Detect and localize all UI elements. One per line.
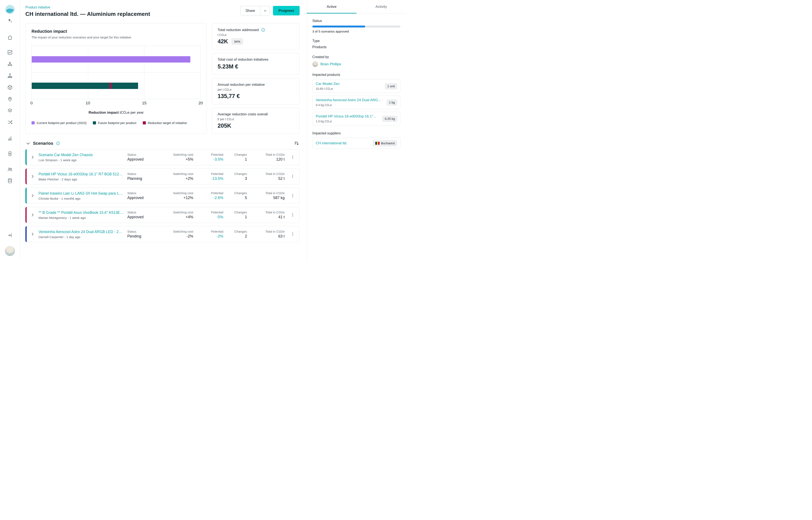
scenario-meta: Luis Simpson - 1 week ago <box>39 158 124 162</box>
stat-card-total-reduction: Total reduction addressed t CO₂e 42K 34% <box>212 23 300 50</box>
status-progress-fill <box>312 26 365 27</box>
chevron-right-icon[interactable] <box>30 213 35 217</box>
progress-button[interactable]: Progress <box>273 6 300 16</box>
scenario-meta: Marian Montgomery - 1 week ago <box>39 216 124 219</box>
user-avatar[interactable] <box>5 246 15 256</box>
tab-active[interactable]: Active <box>307 0 356 13</box>
impacted-supplier-card[interactable]: CH international ltd. Bucharest <box>312 138 400 149</box>
scenario-row[interactable]: Painel traseiro Lian Li LAN2-3X Hot-Swap… <box>25 188 300 204</box>
created-by-label: Created by <box>312 55 400 59</box>
scenario-switching-cost: +4% <box>159 215 193 219</box>
device-icon[interactable] <box>7 151 13 157</box>
share-button[interactable]: Share <box>241 6 260 15</box>
impacted-product-card[interactable]: Ventoinha Aerocool Astro 24 Dual ARG... … <box>312 96 400 109</box>
stat-card-annual-reduction: Annual reduction per initiative per t CO… <box>212 78 300 104</box>
scenario-link[interactable]: ** B Grade ** Portátil Asus VivoBook 15.… <box>39 210 124 215</box>
panel-tabs: Active Activity <box>307 0 406 14</box>
status-progress-bar <box>312 26 400 27</box>
sort-icon[interactable] <box>294 141 299 146</box>
product-quantity-badge: 1 unit <box>385 83 397 89</box>
product-link[interactable]: Portátil HP Victus 16-e0033np 16.1"... <box>316 114 376 119</box>
scenario-link[interactable]: Ventoinha Aerocool Astro 24 Dual ARGB LE… <box>39 230 124 234</box>
chevron-right-icon[interactable] <box>30 155 35 159</box>
chevron-right-icon[interactable] <box>30 193 35 198</box>
x-tick: 20 <box>198 101 203 105</box>
main-content: Product initiative CH international ltd.… <box>20 0 306 260</box>
stat-value: 42K <box>218 38 228 45</box>
scenario-row[interactable]: Portátil HP Victus 16-e0033np 16.1" R7 8… <box>25 168 300 184</box>
app-window: Product initiative CH international ltd.… <box>0 0 406 260</box>
details-panel: Active Activity Status 3 of 5 scenarios … <box>306 0 406 260</box>
chevron-right-icon[interactable] <box>30 174 35 179</box>
bar-chart: 0 10 15 20 Reduction impact tCO₂e per ye… <box>31 46 201 115</box>
insights-icon[interactable] <box>7 49 13 55</box>
layers-icon[interactable] <box>7 108 13 113</box>
chevron-down-icon[interactable] <box>26 141 30 146</box>
database-icon[interactable] <box>7 178 13 184</box>
product-link[interactable]: Ventoinha Aerocool Astro 24 Dual ARG... <box>316 98 381 102</box>
stats-column: Total reduction addressed t CO₂e 42K 34%… <box>212 23 300 134</box>
scenario-switching-cost: +5% <box>159 157 193 162</box>
scenario-changes: 3 <box>225 177 247 181</box>
status-caption: 3 of 5 scenarios approved <box>312 30 400 33</box>
users-icon[interactable] <box>7 166 13 172</box>
sidebar <box>0 0 20 260</box>
tab-activity[interactable]: Activity <box>356 0 406 13</box>
collapse-icon[interactable] <box>7 232 13 238</box>
scenario-row[interactable]: Ventoinha Aerocool Astro 24 Dual ARGB LE… <box>25 226 300 242</box>
share-split-button: Share <box>240 6 270 16</box>
info-icon[interactable] <box>56 141 60 146</box>
scenario-row[interactable]: ** B Grade ** Portátil Asus VivoBook 15.… <box>25 207 300 223</box>
legend-swatch-crimson <box>143 121 146 125</box>
impacted-product-card[interactable]: Car Model Zen 10.65 t CO₂e 1 unit <box>312 79 400 93</box>
scenario-link[interactable]: Painel traseiro Lian Li LAN2-3X Hot-Swap… <box>39 191 124 196</box>
scenario-link[interactable]: Portátil HP Victus 16-e0033np 16.1" R7 8… <box>39 172 124 177</box>
bar-chart-icon[interactable] <box>7 135 13 141</box>
chevron-down-icon <box>264 9 267 12</box>
x-tick: 15 <box>142 101 147 105</box>
share-dropdown-button[interactable] <box>260 6 270 15</box>
hierarchy-icon[interactable] <box>7 73 13 79</box>
legend-swatch-teal <box>93 121 96 125</box>
page-title: CH international ltd. — Aluminium replac… <box>25 11 150 17</box>
scenario-changes: 5 <box>225 196 247 200</box>
bar-current-footprint <box>32 56 190 62</box>
app-logo[interactable] <box>5 5 15 15</box>
kebab-menu-icon[interactable] <box>290 232 295 236</box>
scenario-row[interactable]: Scenario Car Model Zen Chassis Luis Simp… <box>25 149 300 165</box>
chevron-right-icon[interactable] <box>30 232 35 236</box>
page-header: Product initiative CH international ltd.… <box>25 5 300 17</box>
impacted-suppliers-label: Impacted suppliers <box>312 131 400 135</box>
stat-badge: 34% <box>231 38 243 45</box>
sparkle-icon[interactable] <box>7 18 13 23</box>
kebab-menu-icon[interactable] <box>290 213 295 217</box>
scenario-status: Approved <box>127 196 158 200</box>
supplier-link[interactable]: CH international ltd. <box>316 141 347 146</box>
kebab-menu-icon[interactable] <box>290 193 295 198</box>
x-tick: 0 <box>30 101 33 105</box>
type-label: Type <box>312 39 400 43</box>
package-icon[interactable] <box>7 84 13 90</box>
scenario-potential: -2.6% <box>195 196 223 200</box>
scenario-link[interactable]: Scenario Car Model Zen Chassis <box>39 153 124 157</box>
scenario-total: 52 t <box>248 177 285 181</box>
impacted-products-label: Impacted products <box>312 73 400 77</box>
product-quantity-badge: 1 kg <box>387 100 397 105</box>
status-label: Status <box>312 19 400 23</box>
chart-legend: Current footprint per product (2023) Fut… <box>31 121 201 125</box>
kebab-menu-icon[interactable] <box>290 155 295 159</box>
cluster-icon[interactable] <box>7 61 13 67</box>
stat-card-average-costs: Average reduction costs overall € per t … <box>212 108 300 134</box>
shuffle-icon[interactable] <box>7 120 13 125</box>
creator-link[interactable]: Brian Phillips <box>320 62 341 66</box>
location-icon[interactable] <box>7 96 13 102</box>
impacted-product-card[interactable]: Portátil HP Victus 16-e0033np 16.1"... 1… <box>312 112 400 126</box>
scenario-switching-cost: -2% <box>159 234 193 238</box>
scenario-changes: 2 <box>225 234 247 238</box>
scenario-total: 120 t <box>248 157 285 162</box>
info-icon[interactable] <box>261 28 265 32</box>
home-icon[interactable] <box>7 35 13 41</box>
kebab-menu-icon[interactable] <box>290 174 295 179</box>
product-link[interactable]: Car Model Zen <box>316 82 339 86</box>
scenario-status: Pending <box>127 234 158 238</box>
